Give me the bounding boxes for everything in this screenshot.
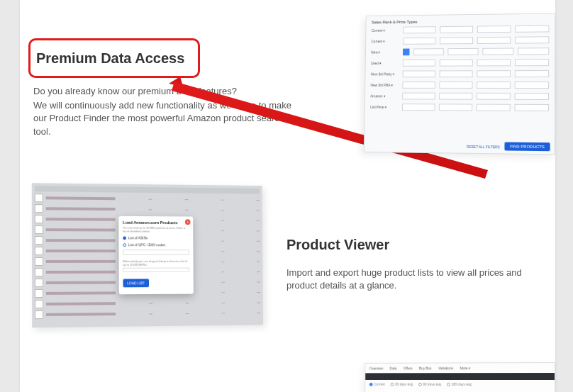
section-title: Premium Data Access [36,50,184,67]
mock-modal-hint: Alternatively you can drag and drop or b… [123,259,189,267]
section-product-viewer: ———— ———— ———— ———— ———— ———— ———— ———— … [20,170,555,347]
section-description: Do you already know our premium Data fea… [33,85,296,140]
screenshot-next-section: OverviewData OffersBuy Box VariationsMor… [365,362,555,392]
mock-modal: × Load Amazon.com Products You can load … [118,216,194,294]
section-premium-data-access: Premium Data Access Do you already know … [20,0,555,170]
section-title: Product Viewer [286,237,389,253]
description-line-1: Do you already know our premium Data fea… [33,85,296,98]
content-card: Premium Data Access Do you already know … [20,0,555,392]
mock-radio-2: List of UPC / EAN codes [128,242,165,247]
mock-header: Sales Rank & Price Types [372,18,549,25]
description-line-2: We will continuously add new functionali… [33,99,296,138]
screenshot-product-finder: Sales Rank & Price Types Current ▾ Curre… [364,13,555,155]
mock-load-button: LOAD LIST [123,279,148,287]
mock-radio-1: List of ASINs [128,235,148,240]
mock-modal-title: Load Amazon.com Products [123,220,189,225]
mock-reset-link: RESET ALL FILTERS [467,145,500,150]
section-description: Import and export huge product lists to … [286,267,535,292]
mock-find-button: FIND PRODUCTS [504,142,550,151]
highlight-frame: Premium Data Access [28,38,200,78]
close-icon: × [185,219,191,225]
screenshot-product-viewer: ———— ———— ———— ———— ———— ———— ———— ———— … [32,183,263,327]
